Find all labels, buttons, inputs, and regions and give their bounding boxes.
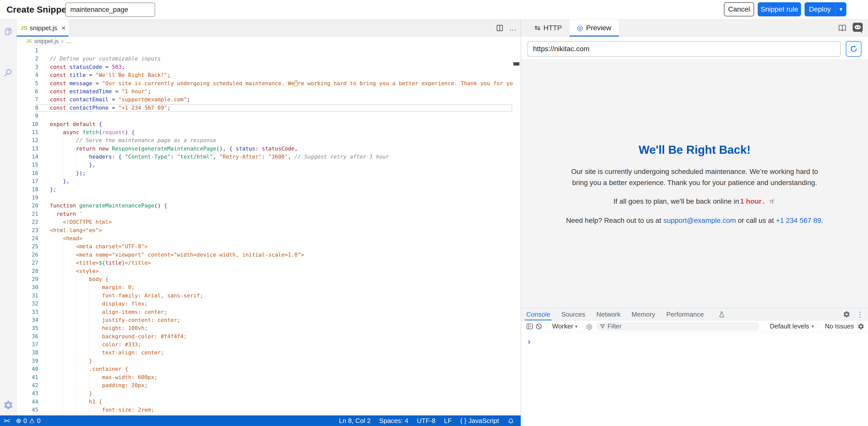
line-content: }); bbox=[50, 169, 86, 177]
breadcrumb-symbol[interactable]: … bbox=[66, 38, 72, 45]
code-line[interactable]: 26 <meta name="viewport" content="width=… bbox=[17, 251, 513, 259]
overview-ruler[interactable] bbox=[513, 46, 520, 416]
code-line[interactable]: 37 color: #333; bbox=[17, 341, 513, 349]
phone-link[interactable]: +1 234 567 89 bbox=[776, 217, 821, 224]
code-line[interactable]: 21 return ` bbox=[17, 210, 513, 218]
snippet-rule-button[interactable]: Snippet rule bbox=[758, 2, 801, 17]
remote-indicator-icon[interactable]: >< bbox=[3, 417, 9, 424]
code-line[interactable]: 4const title = "We'll Be Right Back!"; bbox=[17, 71, 513, 79]
javascript-file-icon-small: JS bbox=[26, 38, 32, 44]
devtools-settings-gear-icon[interactable] bbox=[843, 311, 850, 318]
close-tab-icon[interactable]: × bbox=[61, 24, 66, 32]
code-line[interactable]: 9 bbox=[17, 112, 513, 120]
code-line[interactable]: 29 body { bbox=[17, 275, 513, 283]
context-selector[interactable]: Worker ▾ bbox=[552, 322, 577, 330]
preview-url-input[interactable] bbox=[527, 41, 841, 57]
line-number: 38 bbox=[17, 349, 38, 357]
code-line[interactable]: 41 max-width: 600px; bbox=[17, 373, 513, 381]
console-sidebar-toggle-icon[interactable] bbox=[525, 322, 534, 331]
filter-input[interactable] bbox=[608, 323, 744, 330]
console-settings-gear-icon[interactable] bbox=[858, 323, 865, 330]
code-line[interactable]: 22 <!DOCTYPE html> bbox=[17, 218, 513, 226]
code-line[interactable]: 6const estimatedTime = "1 hour"; bbox=[17, 87, 513, 95]
encoding[interactable]: UTF-8 bbox=[417, 417, 435, 425]
more-actions-icon[interactable]: … bbox=[509, 24, 517, 32]
code-line[interactable]: 5const message = "Our site is currently … bbox=[17, 79, 513, 87]
notifications-bell[interactable] bbox=[507, 418, 514, 424]
code-line[interactable]: 14 headers: { "Content-Type": "text/html… bbox=[17, 153, 513, 161]
code-line[interactable]: 28 <style> bbox=[17, 267, 513, 275]
code-line[interactable]: 19 bbox=[17, 194, 513, 202]
code-line[interactable]: 35 height: 100vh; bbox=[17, 324, 513, 332]
default-levels-dropdown[interactable]: Default levels ▾ bbox=[770, 322, 814, 330]
cursor-position[interactable]: Ln 8, Col 2 bbox=[339, 417, 371, 425]
tab-http[interactable]: ⇆ HTTP bbox=[527, 20, 569, 36]
code-line[interactable]: 40 .container { bbox=[17, 365, 513, 373]
code-area[interactable]: 12// Define your customizable inputs3con… bbox=[17, 46, 521, 416]
code-line[interactable]: 23<html lang="en"> bbox=[17, 226, 513, 234]
tab-preview[interactable]: ◎ Preview bbox=[569, 20, 619, 36]
split-editor-icon[interactable] bbox=[496, 24, 503, 32]
devtools-tab-network[interactable]: Network bbox=[596, 309, 620, 320]
code-line[interactable]: 7const contactEmail = "support@example.c… bbox=[17, 95, 513, 104]
devtools-tab-memory[interactable]: Memory bbox=[631, 309, 655, 320]
code-line[interactable]: 38 text-align: center; bbox=[17, 349, 513, 357]
code-line[interactable]: 10export default { bbox=[17, 120, 513, 128]
code-line[interactable]: 31 font-family: Arial, sans-serif; bbox=[17, 292, 513, 300]
problems-indicator[interactable]: ⊗ 0 ⚠ 0 bbox=[16, 417, 40, 425]
code-line[interactable]: 17 }, bbox=[17, 177, 513, 185]
search-icon[interactable] bbox=[3, 67, 14, 78]
console-body[interactable]: › bbox=[521, 333, 868, 426]
code-line[interactable]: 33 align-items: center; bbox=[17, 308, 513, 316]
beaker-icon[interactable] bbox=[718, 311, 725, 318]
issues-counter[interactable]: No Issues bbox=[825, 322, 854, 330]
email-link[interactable]: support@example.com bbox=[663, 217, 736, 224]
code-line[interactable]: 3const statusCode = 503; bbox=[17, 63, 513, 71]
code-line[interactable]: 24 <head> bbox=[17, 234, 513, 243]
snippet-name-input[interactable] bbox=[65, 2, 155, 17]
deploy-dropdown-button[interactable]: ▾ bbox=[835, 2, 846, 17]
code-line[interactable]: 15 }, bbox=[17, 161, 513, 169]
code-line[interactable]: 30 margin: 0; bbox=[17, 283, 513, 291]
code-line[interactable]: 27 <title>${title}</title> bbox=[17, 259, 513, 267]
tab-snippet-js[interactable]: JS snippet.js × bbox=[17, 20, 68, 36]
code-line[interactable]: 42 padding: 20px; bbox=[17, 381, 513, 390]
code-line[interactable]: 2// Define your customizable inputs bbox=[17, 55, 513, 63]
code-line[interactable]: 39 } bbox=[17, 357, 513, 365]
refresh-button[interactable] bbox=[846, 41, 862, 57]
code-line[interactable]: 16 }); bbox=[17, 169, 513, 177]
files-icon[interactable] bbox=[3, 26, 14, 37]
code-line[interactable]: 36 background-color: #f4f4f4; bbox=[17, 333, 513, 341]
clear-console-icon[interactable] bbox=[534, 322, 543, 331]
deploy-button[interactable]: Deploy bbox=[805, 2, 835, 17]
cancel-button[interactable]: Cancel bbox=[724, 2, 754, 17]
code-line[interactable]: 45 font-size: 2rem; bbox=[17, 406, 513, 414]
code-line[interactable]: 13 return new Response(generateMaintenan… bbox=[17, 145, 513, 153]
code-line[interactable]: 18}; bbox=[17, 186, 513, 194]
code-line[interactable]: 34 justify-content: center; bbox=[17, 316, 513, 324]
kebab-menu-icon[interactable]: ⋮ bbox=[857, 310, 864, 319]
code-line[interactable]: 25 <meta charset="UTF-8"> bbox=[17, 243, 513, 251]
settings-gear-icon[interactable] bbox=[3, 400, 14, 410]
indentation[interactable]: Spaces: 4 bbox=[379, 417, 408, 425]
line-number: 1 bbox=[17, 47, 38, 55]
docs-book-icon[interactable] bbox=[838, 24, 847, 32]
language-mode[interactable]: { } JavaScript bbox=[460, 417, 499, 425]
preview-target-icon: ◎ bbox=[577, 24, 583, 32]
code-line[interactable]: 43 } bbox=[17, 390, 513, 398]
code-line[interactable]: 32 display: flex; bbox=[17, 300, 513, 308]
devtools-tab-sources[interactable]: Sources bbox=[561, 309, 585, 320]
live-expression-eye-icon[interactable]: ◎ bbox=[586, 322, 592, 331]
devtools-tab-performance[interactable]: Performance bbox=[666, 309, 704, 320]
code-line[interactable]: 12 // Serve the maintenance page as a re… bbox=[17, 136, 513, 144]
code-line[interactable]: 11 async fetch(request) { bbox=[17, 128, 513, 136]
breadcrumb-file[interactable]: snippet.js bbox=[34, 38, 59, 45]
code-line[interactable]: 1 bbox=[17, 47, 513, 55]
code-line[interactable]: 20function generateMaintenancePage() { bbox=[17, 202, 513, 210]
devtools-tab-console[interactable]: Console bbox=[526, 309, 550, 320]
code-line[interactable]: 8const contactPhone = "+1 234 567 89"; bbox=[17, 104, 513, 112]
code-line[interactable]: 44 h1 { bbox=[17, 398, 513, 406]
eol-sequence[interactable]: LF bbox=[444, 417, 452, 425]
discord-icon[interactable] bbox=[852, 23, 863, 33]
line-number: 11 bbox=[17, 128, 38, 136]
